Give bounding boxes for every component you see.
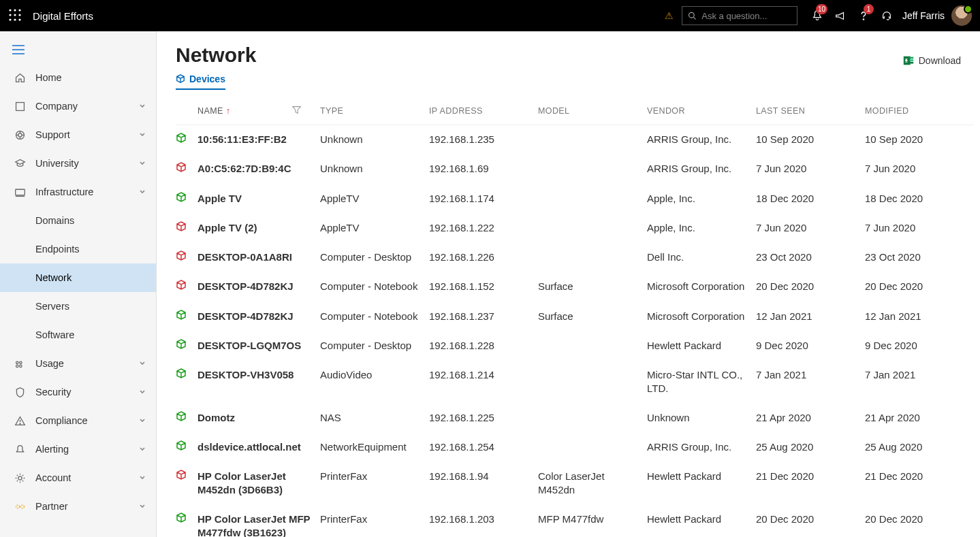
cell-model — [538, 214, 647, 243]
user-avatar[interactable] — [951, 5, 972, 26]
device-row[interactable]: 10:56:11:E3:FF:B2Unknown192.168.1.235ARR… — [176, 125, 974, 155]
sidebar-item-university[interactable]: University — [0, 149, 156, 178]
cell-modified: 10 Sep 2020 — [865, 125, 974, 155]
cell-last-seen: 10 Sep 2020 — [756, 125, 865, 155]
device-row[interactable]: DESKTOP-4D782KJComputer - Notebook192.16… — [176, 272, 974, 302]
cell-ip: 192.168.1.214 — [429, 361, 538, 404]
support-button[interactable] — [875, 0, 898, 31]
sidebar-item-alerting[interactable]: Alerting — [0, 435, 156, 463]
svg-point-35 — [19, 423, 20, 424]
nav-icon-account — [12, 472, 27, 484]
status-icon — [176, 331, 197, 361]
sidebar-item-home[interactable]: Home — [0, 63, 156, 92]
cell-modified: 21 Apr 2020 — [865, 404, 974, 433]
cell-name[interactable]: DESKTOP-LGQM7OS — [197, 331, 320, 361]
device-row[interactable]: HP Color LaserJet M452dn (3D66B3)Printer… — [176, 462, 974, 505]
cell-name[interactable]: dsldevice.attlocal.net — [197, 433, 320, 462]
col-model[interactable]: MODEL — [538, 97, 647, 125]
cell-type: Computer - Desktop — [320, 243, 429, 272]
cell-ip: 192.168.1.226 — [429, 243, 538, 272]
main-content: Network Download Devices NAM — [157, 31, 980, 537]
cell-last-seen: 12 Jan 2021 — [756, 302, 865, 331]
svg-point-11 — [863, 19, 864, 20]
sidebar-item-account[interactable]: Account — [0, 463, 156, 492]
cell-name[interactable]: A0:C5:62:7D:B9:4C — [197, 154, 320, 184]
cell-name[interactable]: DESKTOP-VH3V058 — [197, 361, 320, 404]
nav-label: University — [35, 158, 79, 169]
status-icon — [176, 361, 197, 404]
device-row[interactable]: dsldevice.attlocal.netNetworkEquipment19… — [176, 433, 974, 462]
sidebar-sub-domains[interactable]: Domains — [0, 206, 156, 235]
sidebar-item-company[interactable]: Company — [0, 92, 156, 120]
cell-model — [538, 154, 647, 184]
sidebar-item-support[interactable]: Support — [0, 120, 156, 149]
cell-ip: 192.168.1.203 — [429, 505, 538, 538]
sidebar-sub-software[interactable]: Software — [0, 321, 156, 349]
nav-label: Alerting — [35, 444, 69, 455]
cell-vendor: Micro-Star INTL CO., LTD. — [647, 361, 756, 404]
cell-type: Computer - Notebook — [320, 302, 429, 331]
sidebar-item-compliance[interactable]: Compliance — [0, 406, 156, 435]
cell-model: Surface — [538, 302, 647, 331]
cell-name[interactable]: HP Color LaserJet M452dn (3D66B3) — [197, 462, 320, 505]
filter-icon[interactable] — [292, 105, 301, 116]
col-ip[interactable]: IP ADDRESS — [429, 97, 538, 125]
notifications-button[interactable]: 10 — [806, 0, 829, 31]
device-row[interactable]: A0:C5:62:7D:B9:4CUnknown192.168.1.69ARRI… — [176, 154, 974, 184]
help-button[interactable]: 1 — [852, 0, 875, 31]
device-row[interactable]: DESKTOP-0A1A8RIComputer - Desktop192.168… — [176, 243, 974, 272]
search-box[interactable] — [682, 6, 797, 25]
sidebar-sub-endpoints[interactable]: Endpoints — [0, 235, 156, 263]
chevron-down-icon — [138, 501, 146, 512]
tab-devices[interactable]: Devices — [176, 71, 225, 90]
device-row[interactable]: Apple TV (2)AppleTV192.168.1.222Apple, I… — [176, 214, 974, 243]
cell-name[interactable]: Apple TV — [197, 184, 320, 214]
device-row[interactable]: DESKTOP-VH3V058AudioVideo192.168.1.214Mi… — [176, 361, 974, 404]
col-last-seen[interactable]: LAST SEEN — [756, 97, 865, 125]
cell-model — [538, 243, 647, 272]
sidebar-sub-servers[interactable]: Servers — [0, 292, 156, 321]
device-row[interactable]: DESKTOP-LGQM7OSComputer - Desktop192.168… — [176, 331, 974, 361]
cell-ip: 192.168.1.94 — [429, 462, 538, 505]
sidebar-toggle[interactable] — [0, 38, 156, 63]
cell-model — [538, 361, 647, 404]
nav-label: Infrastructure — [35, 186, 93, 197]
cell-vendor: Hewlett Packard — [647, 462, 756, 505]
cell-name[interactable]: 10:56:11:E3:FF:B2 — [197, 125, 320, 155]
download-button[interactable]: Download — [902, 54, 961, 67]
warning-icon[interactable]: ⚠ — [665, 10, 674, 21]
app-name[interactable]: Digital Efforts — [33, 10, 93, 22]
cell-name[interactable]: DESKTOP-4D782KJ — [197, 272, 320, 302]
cell-ip: 192.168.1.225 — [429, 404, 538, 433]
col-vendor[interactable]: VENDOR — [647, 97, 756, 125]
col-name[interactable]: NAME↑ — [197, 97, 320, 125]
device-row[interactable]: Apple TVAppleTV192.168.1.174Apple, Inc.1… — [176, 184, 974, 214]
sidebar-item-usage[interactable]: Usage — [0, 349, 156, 378]
cell-ip: 192.168.1.228 — [429, 331, 538, 361]
cell-name[interactable]: HP Color LaserJet MFP M477fdw (3B1623) — [197, 505, 320, 538]
search-input[interactable] — [700, 10, 791, 22]
cell-name[interactable]: Apple TV (2) — [197, 214, 320, 243]
col-type[interactable]: TYPE — [320, 97, 429, 125]
sidebar-item-partner[interactable]: Partner — [0, 492, 156, 521]
sidebar-item-infrastructure[interactable]: Infrastructure — [0, 178, 156, 206]
cell-type: NetworkEquipment — [320, 433, 429, 462]
device-row[interactable]: DESKTOP-4D782KJComputer - Notebook192.16… — [176, 302, 974, 331]
cell-name[interactable]: DESKTOP-0A1A8RI — [197, 243, 320, 272]
chevron-down-icon — [138, 387, 146, 397]
cell-name[interactable]: DESKTOP-4D782KJ — [197, 302, 320, 331]
nav-icon-alerting — [12, 444, 27, 455]
status-icon — [176, 505, 197, 538]
hamburger-icon — [12, 45, 25, 54]
sidebar-item-security[interactable]: Security — [0, 378, 156, 406]
sidebar-sub-network[interactable]: Network — [0, 263, 156, 292]
cell-name[interactable]: Domotz — [197, 404, 320, 433]
table-header-row: NAME↑ TYPE IP ADDRESS MODEL VENDOR LAST … — [176, 97, 974, 125]
device-row[interactable]: DomotzNAS192.168.1.225Unknown21 Apr 2020… — [176, 404, 974, 433]
col-modified[interactable]: MODIFIED — [865, 97, 974, 125]
cell-modified: 18 Dec 2020 — [865, 184, 974, 214]
user-name[interactable]: Jeff Farris — [902, 10, 945, 21]
device-row[interactable]: HP Color LaserJet MFP M477fdw (3B1623)Pr… — [176, 505, 974, 538]
apps-launcher-icon[interactable] — [8, 8, 33, 24]
announcements-button[interactable] — [829, 0, 852, 31]
